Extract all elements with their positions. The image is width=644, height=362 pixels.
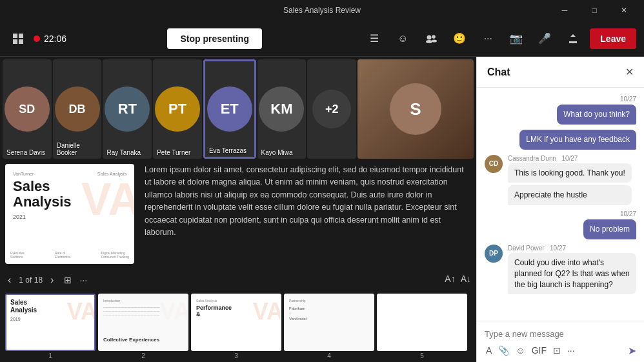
message-bubble: 10/27 No problem — [583, 210, 636, 239]
participant-tile[interactable]: SD Serena Davis — [3, 59, 52, 159]
thumb-label: Collective Experiences — [103, 337, 183, 343]
stop-presenting-button[interactable]: Stop presenting — [167, 28, 262, 49]
message-bubble: DP David Power 10/27 Could you dive into… — [485, 245, 636, 294]
gif-icon[interactable]: GIF — [530, 344, 548, 357]
grid-view-icon[interactable] — [8, 28, 28, 49]
thumbnail-container: Introduction ...........................… — [98, 294, 188, 359]
thumbnail-container: Sales Analysis Performance& VA 3 — [191, 294, 281, 359]
thumbnail-3[interactable]: Sales Analysis Performance& VA — [191, 294, 281, 351]
thumb-num: 1 — [48, 352, 52, 359]
svg-rect-0 — [13, 34, 17, 38]
msg-text: No problem — [583, 219, 636, 239]
chat-panel: Chat ✕ 10/27 What do you think? LMK if y… — [476, 57, 644, 362]
thumb-watermark: VA — [67, 298, 96, 325]
maximize-button[interactable]: □ — [579, 0, 609, 21]
thumb-watermark: VA — [160, 298, 188, 325]
message-bubble: CD Cassandra Dunn 10/27 This is looking … — [485, 155, 632, 206]
msg-text: What do you think? — [557, 105, 636, 125]
svg-rect-1 — [19, 34, 23, 38]
camera-icon[interactable]: 📷 — [505, 27, 528, 50]
recording-indicator: 22:06 — [34, 34, 66, 44]
thumbnail-container: Partnership Fabrikam–VanArsdel 4 — [284, 294, 374, 359]
leave-button[interactable]: Leave — [590, 28, 636, 49]
main-speaker-tile[interactable]: S — [357, 59, 474, 159]
presentation-content: VanTurner Sales Analysis SalesAnalysis 2… — [5, 164, 471, 264]
prev-slide-button[interactable]: ‹ — [5, 273, 14, 287]
toolbar-center: Stop presenting — [72, 28, 357, 49]
close-button[interactable]: ✕ — [609, 0, 639, 21]
participant-tile[interactable]: PT Pete Turner — [153, 59, 202, 159]
titlebar: Sales Analysis Review ─ □ ✕ — [0, 0, 644, 21]
share-icon[interactable] — [561, 27, 585, 50]
thumb-num: 4 — [327, 352, 331, 359]
window-controls: ─ □ ✕ — [550, 0, 639, 21]
chat-input[interactable] — [485, 327, 636, 341]
participant-tile[interactable]: RT Ray Tanaka — [103, 59, 152, 159]
slide-preview: VanTurner Sales Analysis SalesAnalysis 2… — [5, 164, 134, 264]
slide-more-icon[interactable]: ··· — [79, 275, 87, 285]
minimize-button[interactable]: ─ — [550, 0, 579, 21]
format-icon[interactable]: A — [485, 344, 493, 357]
thumbnail-4[interactable]: Partnership Fabrikam–VanArsdel — [284, 294, 374, 351]
participant-name: Ray Tanaka — [106, 149, 141, 156]
participants-icon[interactable] — [419, 27, 443, 50]
increase-text-button[interactable]: A↑ — [445, 274, 455, 284]
thumbnail-1[interactable]: SalesAnalysis 2019 VA — [5, 294, 96, 351]
attach-icon[interactable]: 📎 — [497, 344, 510, 357]
sender-info: Cassandra Dunn 10/27 This is looking goo… — [508, 155, 632, 206]
sender-avatar: DP — [485, 245, 503, 263]
more-options-icon[interactable]: ☰ — [363, 27, 386, 50]
slide-text: Lorem ipsum dolor sit amet, consectetur … — [145, 164, 471, 264]
participant-tile[interactable]: KM Kayo Miwa — [257, 59, 307, 159]
thumbnail-container: SalesAnalysis 2019 VA 1 — [5, 294, 96, 359]
meeting-toolbar: 22:06 Stop presenting ☰ ☺ 🙂 ··· 📷 🎤 Leav… — [0, 21, 644, 57]
chat-close-button[interactable]: ✕ — [625, 66, 634, 78]
thumbnails-strip: SalesAnalysis 2019 VA 1 Introduction ...… — [0, 291, 476, 362]
sticker-icon[interactable]: ⊡ — [552, 344, 562, 357]
slide-brand: VanTurner — [13, 172, 34, 176]
slide-controls: ‹ 1 of 18 › ⊞ ··· — [5, 272, 87, 288]
main-area: SD Serena Davis DB Danielle Booker RT Ra… — [0, 57, 644, 362]
recording-time: 22:06 — [44, 34, 66, 44]
chat-messages: 10/27 What do you think? LMK if you have… — [477, 88, 644, 321]
thumb-partnership-label: Fabrikam–VanArsdel — [289, 307, 369, 321]
msg-text: LMK if you have any feedback — [519, 130, 636, 150]
svg-point-4 — [427, 35, 432, 39]
msg-timestamp: 10/27 — [620, 210, 636, 217]
slide-counter: 1 of 18 — [19, 276, 43, 285]
titlebar-title: Sales Analysis Review — [283, 6, 361, 15]
slide-watermark: VA — [81, 177, 134, 222]
participant-name: Eva Terrazas — [209, 147, 247, 154]
reactions-icon[interactable]: 🙂 — [448, 27, 471, 50]
participant-name: Danielle Booker — [57, 142, 102, 156]
sender-name: Cassandra Dunn 10/27 — [508, 155, 632, 162]
emoji-icon[interactable]: ☺ — [514, 344, 526, 357]
chat-header: Chat ✕ — [477, 57, 644, 88]
slide-footer: ExecutiveSections Rate ofElectronics Dig… — [10, 251, 129, 259]
msg-timestamp: 10/27 — [620, 96, 636, 103]
participant-tile[interactable]: DB Danielle Booker — [53, 59, 102, 159]
participant-tile[interactable]: ET Eva Terrazas — [203, 59, 256, 159]
chat-toolbar: A 📎 ☺ GIF ⊡ ··· ➤ — [485, 344, 636, 357]
participants-strip: SD Serena Davis DB Danielle Booker RT Ra… — [0, 57, 476, 161]
svg-point-5 — [426, 40, 432, 43]
next-slide-button[interactable]: › — [48, 273, 56, 287]
thumb-num: 3 — [234, 352, 238, 359]
send-button[interactable]: ➤ — [628, 345, 636, 357]
slide-expand-icon[interactable]: ⊞ — [64, 275, 72, 285]
decrease-text-button[interactable]: A↓ — [461, 274, 471, 284]
thumbnail-2[interactable]: Introduction ...........................… — [98, 294, 188, 351]
thumbnail-5[interactable] — [377, 294, 467, 351]
more-icon[interactable]: ··· — [476, 27, 499, 50]
emoji-icon[interactable]: ☺ — [391, 27, 414, 50]
chat-input-area: A 📎 ☺ GIF ⊡ ··· ➤ — [477, 321, 644, 362]
mic-icon[interactable]: 🎤 — [533, 27, 556, 50]
more-chat-icon[interactable]: ··· — [566, 344, 576, 357]
svg-rect-2 — [13, 39, 17, 44]
participant-tile[interactable]: +2 — [307, 59, 356, 159]
toolbar-left: 22:06 — [8, 28, 66, 49]
sender-info: David Power 10/27 Could you dive into wh… — [508, 245, 636, 294]
message-bubble: 10/27 What do you think? — [557, 96, 636, 125]
thumbnail-container: 5 — [377, 294, 467, 359]
svg-point-6 — [432, 35, 436, 39]
